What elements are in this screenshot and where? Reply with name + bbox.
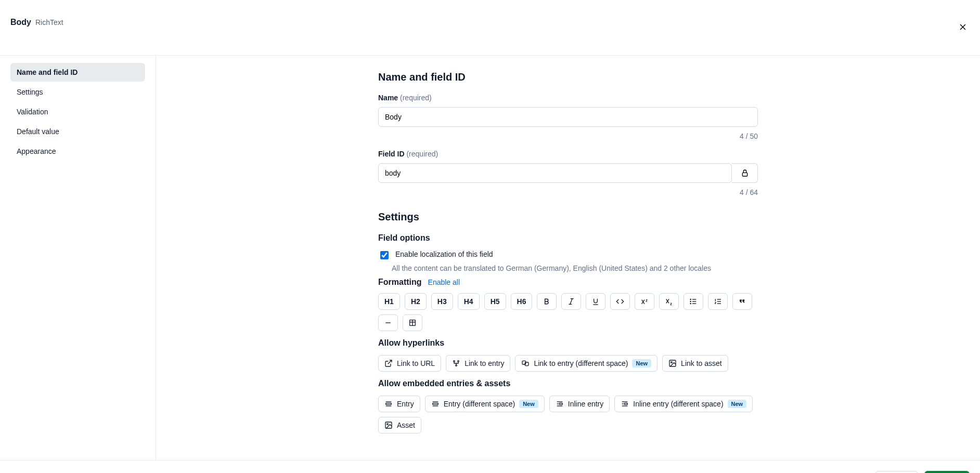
chip-label: Asset (397, 421, 415, 429)
chip-label: H3 (437, 297, 447, 306)
svg-rect-29 (386, 403, 392, 405)
chip-label: Link to entry (465, 359, 504, 367)
format-h3-chip[interactable]: H3 (431, 293, 453, 310)
chip-label: Link to URL (397, 359, 435, 367)
field-id-counter: 4 / 64 (378, 188, 758, 196)
embed-inline-entry-different-space-chip[interactable]: Inline entry (different space) New (614, 396, 753, 412)
superscript-icon (640, 297, 649, 306)
format-hr-chip[interactable] (378, 314, 398, 331)
dialog-footer: Cancel Confirm (0, 460, 980, 473)
new-badge: New (519, 400, 538, 408)
sidebar-item-name-and-field-id[interactable]: Name and field ID (10, 63, 145, 82)
localization-row: Enable localization of this field (378, 250, 758, 261)
format-h1-chip[interactable]: H1 (378, 293, 400, 310)
close-icon (958, 22, 968, 32)
horizontal-rule-icon (384, 319, 392, 327)
format-subscript-chip[interactable] (659, 293, 679, 310)
format-table-chip[interactable] (403, 314, 422, 331)
svg-point-21 (454, 361, 455, 362)
confirm-button[interactable]: Confirm (924, 471, 970, 473)
sidebar-item-label: Validation (17, 108, 48, 116)
link-entry-chip[interactable]: Link to entry (446, 355, 510, 372)
format-ul-chip[interactable] (684, 293, 703, 310)
svg-point-43 (387, 424, 389, 425)
chip-label: Entry (different space) (444, 400, 515, 408)
svg-point-12 (690, 303, 691, 304)
field-id-group: Field ID (required) 4 / 64 (378, 150, 758, 196)
svg-rect-2 (742, 173, 747, 176)
svg-point-23 (456, 365, 457, 366)
bold-icon (543, 297, 551, 306)
chip-label: H4 (464, 297, 473, 306)
format-code-chip[interactable] (610, 293, 630, 310)
chip-label: H6 (517, 297, 526, 306)
format-ol-chip[interactable] (708, 293, 728, 310)
format-superscript-chip[interactable] (635, 293, 654, 310)
localization-checkbox[interactable] (380, 251, 389, 259)
embed-entry-icon (384, 400, 393, 408)
chip-label: Link to asset (681, 359, 722, 367)
name-label: Name (required) (378, 94, 758, 102)
embed-chips: Entry Entry (different space) New Inline… (378, 396, 758, 433)
formatting-chips: H1 H2 H3 H4 H5 H6 (378, 293, 758, 331)
close-button[interactable] (956, 20, 970, 35)
new-badge: New (728, 400, 747, 408)
sidebar-item-appearance[interactable]: Appearance (10, 142, 145, 161)
new-badge: New (632, 359, 651, 367)
embed-asset-chip[interactable]: Asset (378, 417, 421, 433)
sidebar-item-label: Name and field ID (17, 68, 78, 76)
format-quote-chip[interactable] (732, 293, 752, 310)
format-h6-chip[interactable]: H6 (511, 293, 533, 310)
ordered-list-icon (714, 297, 722, 306)
embed-entry-space-icon (431, 400, 440, 408)
italic-icon (567, 297, 575, 306)
svg-point-11 (690, 301, 691, 301)
link-url-chip[interactable]: Link to URL (378, 355, 441, 372)
embed-inline-space-icon (621, 400, 629, 408)
cancel-button[interactable]: Cancel (875, 471, 918, 473)
format-bold-chip[interactable] (537, 293, 557, 310)
sidebar-item-settings[interactable]: Settings (10, 83, 145, 101)
formatting-title: Formatting (378, 278, 422, 287)
embed-entry-different-space-chip[interactable]: Entry (different space) New (425, 396, 545, 412)
svg-point-22 (458, 361, 459, 362)
embed-inline-entry-chip[interactable]: Inline entry (549, 396, 610, 412)
asset-link-icon (668, 359, 677, 367)
hyperlinks-heading: Allow hyperlinks (378, 338, 758, 348)
name-input[interactable] (378, 107, 758, 127)
chip-label: H2 (411, 297, 420, 306)
underline-icon (591, 297, 600, 306)
format-h2-chip[interactable]: H2 (405, 293, 427, 310)
link-asset-chip[interactable]: Link to asset (662, 355, 728, 372)
sidebar-item-validation[interactable]: Validation (10, 102, 145, 121)
format-h4-chip[interactable]: H4 (458, 293, 480, 310)
format-italic-chip[interactable] (561, 293, 581, 310)
dialog-header: Body RichText (0, 0, 980, 56)
section-heading-settings: Settings (378, 211, 758, 223)
entry-link-space-icon (521, 359, 530, 367)
format-h5-chip[interactable]: H5 (484, 293, 506, 310)
embed-heading: Allow embedded entries & assets (378, 379, 758, 388)
enable-all-link[interactable]: Enable all (428, 278, 460, 286)
quote-icon (738, 297, 746, 306)
header-title-group: Body RichText (10, 7, 63, 48)
field-id-lock-button[interactable] (732, 163, 758, 183)
field-options-heading: Field options (378, 233, 758, 243)
format-underline-chip[interactable] (586, 293, 605, 310)
name-field-group: Name (required) 4 / 50 (378, 94, 758, 140)
chip-label: Inline entry (568, 400, 603, 408)
external-link-icon (384, 359, 393, 367)
localization-description: All the content can be translated to Ger… (392, 264, 758, 272)
name-counter: 4 / 50 (378, 132, 758, 140)
sidebar-item-label: Appearance (17, 147, 56, 155)
localization-label: Enable localization of this field (395, 250, 493, 258)
svg-line-5 (570, 299, 572, 305)
link-entry-different-space-chip[interactable]: Link to entry (different space) New (515, 355, 657, 372)
chip-label: Inline entry (different space) (633, 400, 723, 408)
svg-rect-40 (625, 403, 628, 405)
svg-rect-36 (559, 403, 562, 405)
name-label-text: Name (378, 94, 398, 102)
field-id-input[interactable] (378, 163, 732, 183)
sidebar-item-default-value[interactable]: Default value (10, 122, 145, 141)
embed-entry-chip[interactable]: Entry (378, 396, 420, 412)
